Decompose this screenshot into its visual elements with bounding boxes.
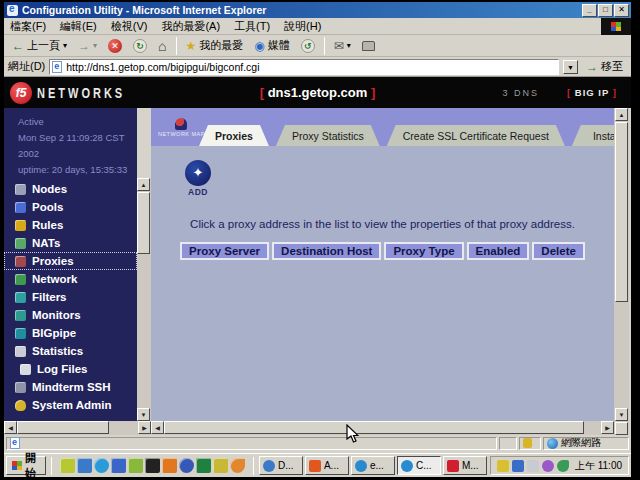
go-label: 移至	[601, 59, 623, 74]
quick-launch-icon-9[interactable]	[196, 458, 211, 473]
column-header-proxy-server[interactable]: Proxy Server	[180, 242, 269, 260]
quick-launch-icon-11[interactable]	[230, 458, 245, 473]
sidebar-item-rules[interactable]: Rules	[4, 216, 137, 234]
back-button[interactable]: ← 上一頁 ▾	[8, 36, 71, 55]
sidebar-item-nodes[interactable]: Nodes	[4, 180, 137, 198]
task-button-2[interactable]: A...	[305, 456, 349, 475]
tab-proxies[interactable]: Proxies	[199, 125, 269, 146]
link-3dns[interactable]: 3 DNS	[503, 88, 540, 98]
menu-help[interactable]: 說明(H)	[284, 19, 321, 34]
sidebar-item-statistics[interactable]: Statistics	[4, 342, 137, 360]
scrollbar-thumb[interactable]	[615, 122, 628, 302]
favorites-button[interactable]: ★ 我的最愛	[182, 36, 248, 55]
scrollbar-corner	[615, 422, 628, 435]
sidebar-item-label: Pools	[32, 201, 63, 213]
back-dropdown-icon[interactable]: ▾	[63, 40, 67, 52]
sidebar-item-bigpipe[interactable]: BIGpipe	[4, 324, 137, 342]
quick-launch-icon-2[interactable]	[77, 458, 92, 473]
menu-edit[interactable]: 編輯(E)	[60, 19, 97, 34]
sidebar-item-system-admin[interactable]: System Admin	[4, 396, 137, 414]
scroll-down-icon[interactable]: ▼	[137, 408, 150, 421]
quick-launch-icon-10[interactable]	[213, 458, 228, 473]
status-pane	[499, 437, 517, 450]
minimize-button[interactable]: _	[582, 4, 597, 17]
mindterm-ssh-icon	[15, 382, 26, 393]
forward-dropdown-icon[interactable]: ▾	[93, 40, 97, 52]
address-dropdown-button[interactable]: ▼	[563, 60, 578, 74]
quick-launch-icon-5[interactable]	[128, 458, 143, 473]
scroll-right-icon[interactable]: ▶	[601, 421, 614, 434]
sidebar-item-monitors[interactable]: Monitors	[4, 306, 137, 324]
print-button[interactable]	[358, 36, 379, 55]
main-vertical-scrollbar[interactable]: ▲ ▼	[614, 108, 629, 435]
home-button[interactable]: ⌂	[154, 36, 170, 55]
menu-file[interactable]: 檔案(F)	[10, 19, 46, 34]
scroll-left-icon[interactable]: ◀	[151, 421, 164, 434]
sidebar-item-mindterm-ssh[interactable]: Mindterm SSH	[4, 378, 137, 396]
sidebar-item-nats[interactable]: NATs	[4, 234, 137, 252]
scroll-down-icon[interactable]: ▼	[615, 408, 628, 421]
system-tray: 上午 11:00	[490, 456, 629, 475]
sidebar-item-label: Network	[32, 273, 77, 285]
tab-proxy-statistics[interactable]: Proxy Statistics	[276, 125, 380, 146]
close-button[interactable]: ✕	[614, 4, 629, 17]
start-button[interactable]: 開始	[6, 456, 46, 475]
menu-favorites[interactable]: 我的最愛(A)	[161, 19, 220, 34]
sidebar-item-log-files[interactable]: Log Files	[4, 360, 137, 378]
go-button[interactable]: → 移至	[582, 57, 627, 76]
scrollbar-thumb[interactable]	[137, 192, 150, 254]
forward-button[interactable]: → ▾	[74, 36, 101, 55]
network-map-button[interactable]: NETWORK MAP	[159, 111, 203, 143]
task-button-4-active[interactable]: C...	[397, 456, 441, 475]
sidebar-item-label: Proxies	[32, 255, 74, 267]
scroll-up-icon[interactable]: ▲	[137, 178, 150, 191]
task-button-3[interactable]: e...	[351, 456, 395, 475]
quick-launch-icon-4[interactable]	[111, 458, 126, 473]
menu-tools[interactable]: 工具(T)	[234, 19, 270, 34]
scroll-right-icon[interactable]: ▶	[138, 421, 151, 434]
link-bigip[interactable]: [ BIG IP ]	[567, 87, 617, 98]
task-button-1[interactable]: D...	[259, 456, 303, 475]
column-header-delete[interactable]: Delete	[532, 242, 585, 260]
quick-launch-icon-1[interactable]	[60, 458, 75, 473]
tray-icon-5[interactable]	[557, 460, 569, 472]
sidebar-item-filters[interactable]: Filters	[4, 288, 137, 306]
history-button[interactable]: ↺	[297, 36, 319, 55]
address-input[interactable]: http://dns1.getop.com/bigipgui/bigconf.c…	[49, 59, 559, 75]
tray-icon-2[interactable]	[512, 460, 524, 472]
tray-icon-3[interactable]	[527, 460, 539, 472]
task-button-5[interactable]: M...	[443, 456, 487, 475]
mail-dropdown-icon[interactable]: ▾	[347, 40, 351, 52]
title-bar[interactable]: Configuration Utility - Microsoft Intern…	[4, 2, 631, 18]
tray-icon-1[interactable]	[497, 460, 509, 472]
sidebar-item-proxies[interactable]: Proxies	[4, 252, 137, 270]
scroll-up-icon[interactable]: ▲	[615, 108, 628, 121]
sidebar-horizontal-scrollbar[interactable]: ◀ ▶	[4, 421, 151, 435]
main-horizontal-scrollbar[interactable]: ◀ ▶	[151, 421, 614, 435]
media-button[interactable]: ◉ 媒體	[250, 36, 293, 55]
scroll-left-icon[interactable]: ◀	[4, 421, 17, 434]
link-bigip-label: BIG IP	[575, 87, 609, 98]
refresh-button[interactable]: ↻	[129, 36, 151, 55]
tray-icon-4[interactable]	[542, 460, 554, 472]
sidebar-item-label: System Admin	[32, 399, 111, 411]
column-header-enabled[interactable]: Enabled	[467, 242, 530, 260]
tab-create-ssl-certificate-request[interactable]: Create SSL Certificate Request	[387, 125, 565, 146]
mail-button[interactable]: ✉ ▾	[330, 36, 355, 55]
stop-button[interactable]: ✕	[104, 36, 126, 55]
maximize-button[interactable]: □	[598, 4, 613, 17]
quick-launch-icon-3[interactable]	[94, 458, 109, 473]
sidebar-item-pools[interactable]: Pools	[4, 198, 137, 216]
add-button[interactable]: ✦ ADD	[173, 160, 223, 197]
menu-view[interactable]: 檢視(V)	[111, 19, 148, 34]
scrollbar-thumb[interactable]	[17, 421, 109, 434]
column-header-proxy-type[interactable]: Proxy Type	[384, 242, 463, 260]
scrollbar-thumb[interactable]	[164, 421, 584, 434]
quick-launch-icon-8[interactable]	[179, 458, 194, 473]
tab-install-ssl-certificate[interactable]: Install SSL Certif	[572, 125, 614, 146]
sidebar-item-network[interactable]: Network	[4, 270, 137, 288]
column-header-destination-host[interactable]: Destination Host	[272, 242, 381, 260]
quick-launch-icon-7[interactable]	[162, 458, 177, 473]
quick-launch-icon-6[interactable]	[145, 458, 160, 473]
sidebar-vertical-scrollbar[interactable]: ▲ ▼	[137, 178, 151, 421]
